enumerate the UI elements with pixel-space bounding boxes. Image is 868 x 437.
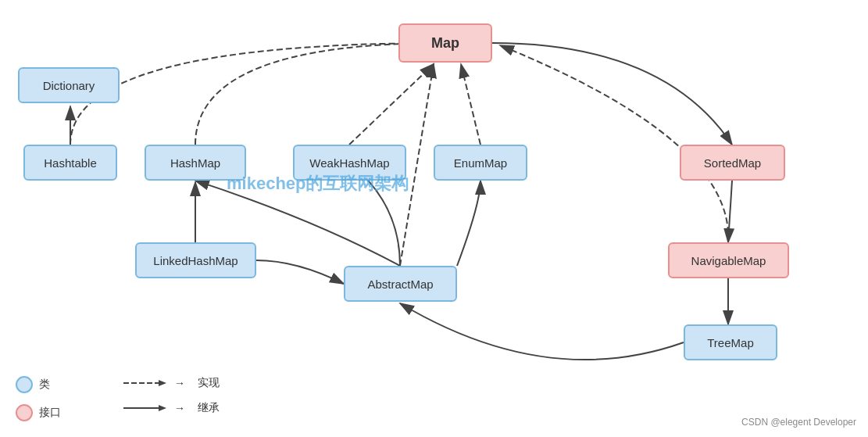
legend-implement-line <box>123 377 166 389</box>
legend-inherit: → 继承 <box>123 401 220 415</box>
node-sortedmap-label: SortedMap <box>704 156 761 170</box>
legend-interface: 接口 <box>16 404 61 421</box>
arrows-layer <box>0 0 868 437</box>
legend-interface-icon <box>16 404 33 421</box>
node-linkedhashmap-label: LinkedHashMap <box>153 254 238 267</box>
node-treemap: TreeMap <box>684 324 777 360</box>
node-abstractmap-label: AbstractMap <box>367 278 433 291</box>
node-hashtable-label: Hashtable <box>44 156 97 170</box>
node-treemap-label: TreeMap <box>707 336 753 349</box>
legend-implement-arrow: → <box>174 377 185 389</box>
node-weakhashmap-label: WeakHashMap <box>309 156 389 170</box>
node-abstractmap: AbstractMap <box>344 266 457 302</box>
legend-inherit-line <box>123 402 166 414</box>
legend: 类 接口 → 实现 → 继承 <box>16 376 220 421</box>
legend-inherit-arrow: → <box>174 402 185 414</box>
node-map-label: Map <box>431 35 459 52</box>
svg-line-4 <box>349 64 434 145</box>
node-enummap: EnumMap <box>434 145 527 181</box>
svg-line-5 <box>461 64 480 145</box>
legend-class-label: 类 <box>39 378 50 392</box>
legend-class-icon <box>16 376 33 393</box>
diagram-container: Dictionary Hashtable HashMap LinkedHashM… <box>0 0 868 437</box>
credit: CSDN @elegent Developer <box>741 417 856 428</box>
node-hashtable: Hashtable <box>23 145 117 181</box>
legend-shapes: 类 接口 <box>16 376 61 421</box>
node-enummap-label: EnumMap <box>454 156 507 170</box>
legend-interface-label: 接口 <box>39 406 61 420</box>
node-map: Map <box>398 23 492 63</box>
svg-line-8 <box>728 181 732 242</box>
svg-marker-13 <box>159 405 166 411</box>
node-hashmap: HashMap <box>145 145 246 181</box>
node-navigablemap-label: NavigableMap <box>691 254 766 267</box>
node-linkedhashmap: LinkedHashMap <box>135 242 256 278</box>
credit-text: CSDN @elegent Developer <box>741 417 856 428</box>
legend-lines: → 实现 → 继承 <box>123 376 220 415</box>
node-hashmap-label: HashMap <box>170 156 220 170</box>
legend-class: 类 <box>16 376 61 393</box>
legend-implement: → 实现 <box>123 376 220 390</box>
node-sortedmap: SortedMap <box>680 145 785 181</box>
node-dictionary-label: Dictionary <box>43 79 95 92</box>
legend-inherit-label: 继承 <box>198 401 220 415</box>
svg-marker-11 <box>159 380 166 386</box>
legend-implement-label: 实现 <box>198 376 220 390</box>
node-navigablemap: NavigableMap <box>668 242 789 278</box>
node-weakhashmap: WeakHashMap <box>293 145 406 181</box>
node-dictionary: Dictionary <box>18 67 120 103</box>
